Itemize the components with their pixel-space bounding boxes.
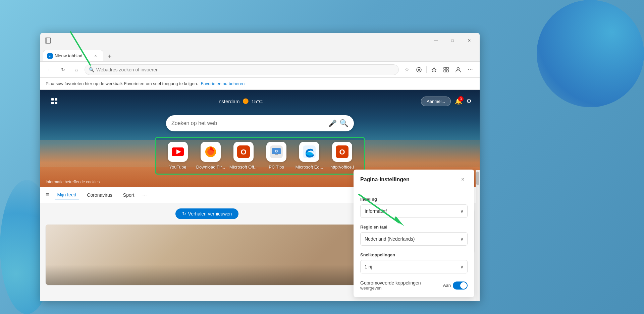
shortcut-label-edge: Microsoft Ed... [295, 165, 323, 170]
region-dropdown[interactable]: Nederland (Nederlands) [360, 232, 468, 246]
feed-menu-btn[interactable]: ≡ [46, 191, 49, 198]
weather-icon: 🟠 [243, 98, 249, 104]
back-btn[interactable]: ← [44, 64, 55, 75]
shortcut-icon-youtube [168, 142, 188, 162]
svg-point-27 [276, 150, 277, 152]
add-favorites-icon[interactable] [429, 64, 439, 75]
shortcut-firefox[interactable]: Download Fir... [196, 142, 226, 170]
page-scrollbar[interactable] [476, 170, 480, 301]
address-input[interactable] [85, 64, 399, 75]
minimize-btn[interactable]: — [428, 35, 443, 46]
tab-bar: e Nieuw tabblad × + [40, 48, 480, 62]
shortcut-icon-firefox [201, 142, 221, 162]
title-bar: — □ ✕ [40, 33, 480, 48]
settings-panel-title: Pagina-instellingen [360, 177, 410, 183]
region-dropdown-wrapper: Nederland (Nederlands) ∨ [360, 232, 468, 246]
sidebar-toggle-btn[interactable] [43, 36, 53, 46]
shortcut-pctips[interactable]: PC Tips [261, 142, 291, 170]
promoted-links-label-group: Gepromoveerde koppelingen weergeven [360, 280, 421, 291]
promoted-toggle-switch[interactable] [453, 281, 468, 290]
article-card[interactable] [46, 225, 368, 285]
shortcuts-dropdown-wrapper: 1 rij ∨ [360, 260, 468, 273]
collections-icon[interactable] [441, 64, 451, 75]
address-search-icon: 🔍 [89, 67, 94, 72]
svg-rect-25 [275, 154, 278, 155]
search-input[interactable] [171, 120, 326, 126]
cookies-notice: Informatie betreffende cookies [46, 180, 100, 184]
temperature: 15°C [252, 99, 263, 104]
layout-dropdown-wrapper: Informatief ∨ [360, 204, 468, 218]
address-wrapper: 🔍 [85, 64, 399, 75]
more-options-icon[interactable]: ⋯ [465, 64, 476, 75]
shortcut-label-office: Microsoft Off... [229, 165, 258, 170]
shortcut-icon-edge [299, 142, 319, 162]
refresh-stories-btn[interactable]: ↻ Verhalen vernieuwen [175, 208, 239, 219]
svg-point-7 [418, 69, 420, 71]
settings-panel-header: Pagina-instellingen × [354, 170, 474, 190]
shortcut-office[interactable]: O Microsoft Off... [228, 142, 259, 170]
svg-rect-13 [51, 98, 54, 101]
settings-panel-body: Indeling Informatief ∨ Regio en taal Ned… [354, 190, 474, 297]
favorites-star-icon[interactable]: ☆ [401, 64, 412, 75]
shortcuts-dropdown[interactable]: 1 rij [360, 260, 468, 273]
address-bar: ← ↻ ⌂ 🔍 ☆ [40, 62, 480, 78]
location-weather: nsterdam 🟠 15°C [219, 98, 263, 104]
shortcut-label-officecom: http://office.l [330, 165, 354, 170]
toolbar-divider [426, 66, 427, 73]
svg-rect-15 [51, 102, 54, 104]
refresh-btn[interactable]: ↻ [58, 64, 68, 75]
feed-nav-sport[interactable]: Sport [120, 191, 137, 199]
new-tab-btn[interactable]: + [105, 51, 115, 61]
shortcut-edge[interactable]: Microsoft Ed... [294, 142, 324, 170]
tab-close-btn[interactable]: × [92, 53, 99, 59]
settings-gear-icon[interactable]: ⚙ [466, 98, 472, 105]
notif-badge: 3 [458, 96, 464, 102]
refresh-label: Verhalen vernieuwen [188, 211, 232, 216]
settings-panel: Pagina-instellingen × Indeling Informati… [354, 170, 474, 297]
notifications-btn[interactable]: 🔔 3 [455, 98, 462, 105]
svg-rect-11 [446, 70, 448, 72]
location-text: nsterdam [219, 99, 240, 104]
shortcut-officecom[interactable]: O http://office.l [327, 142, 357, 170]
feed-nav-mijn-feed[interactable]: Mijn feed [55, 191, 79, 199]
feed-nav-coronavirus[interactable]: Coronavirus [84, 191, 115, 199]
toggle-status: Aan [443, 283, 451, 288]
svg-point-12 [457, 67, 460, 70]
tab-favicon: e [47, 53, 53, 59]
svg-rect-9 [446, 67, 448, 69]
shortcut-icon-pctips [266, 142, 286, 162]
refresh-icon: ↻ [182, 211, 186, 216]
shortcut-youtube[interactable]: YouTube [163, 142, 193, 170]
search-submit-icon[interactable]: 🔍 [339, 119, 348, 128]
layout-dropdown[interactable]: Informatief [360, 204, 468, 218]
article-image [46, 225, 368, 285]
favorites-manage-link[interactable]: Favorieten nu beheren [201, 81, 245, 86]
close-btn[interactable]: ✕ [462, 35, 477, 46]
favorites-bar: Plaatsuw favorieten hier op de werkbalk … [40, 78, 480, 90]
signin-btn[interactable]: Aanmel... [421, 97, 451, 106]
settings-panel-close-btn[interactable]: × [458, 175, 468, 184]
svg-rect-8 [444, 67, 446, 69]
shortcut-label-pctips: PC Tips [269, 165, 284, 170]
layout-label: Indeling [360, 197, 468, 202]
feed-nav-more-dots[interactable]: ··· [142, 192, 147, 198]
promoted-links-label: Gepromoveerde koppelingen [360, 280, 421, 286]
svg-rect-3 [45, 38, 47, 43]
svg-rect-16 [55, 102, 57, 104]
search-bar: 🎤 🔍 [166, 115, 354, 131]
profile-icon[interactable] [453, 64, 464, 75]
favorites-text: Plaatsuw favorieten hier op de werkbalk … [46, 81, 198, 86]
hero-search: 🎤 🔍 [40, 115, 480, 131]
microphone-icon[interactable]: 🎤 [328, 119, 337, 127]
apps-grid-btn[interactable] [48, 95, 60, 107]
svg-text:O: O [339, 148, 345, 156]
svg-text:O: O [240, 148, 246, 156]
feed-main: ↻ Verhalen vernieuwen [46, 208, 368, 285]
toolbar-actions: ☆ [401, 64, 476, 75]
active-tab[interactable]: e Nieuw tabblad × [43, 50, 103, 61]
maximize-btn[interactable]: □ [445, 35, 460, 46]
shortcuts-container: YouTube Download Fir... [155, 137, 365, 175]
extensions-icon[interactable] [414, 64, 424, 75]
region-label: Regio en taal [360, 225, 468, 230]
home-btn[interactable]: ⌂ [71, 64, 82, 75]
